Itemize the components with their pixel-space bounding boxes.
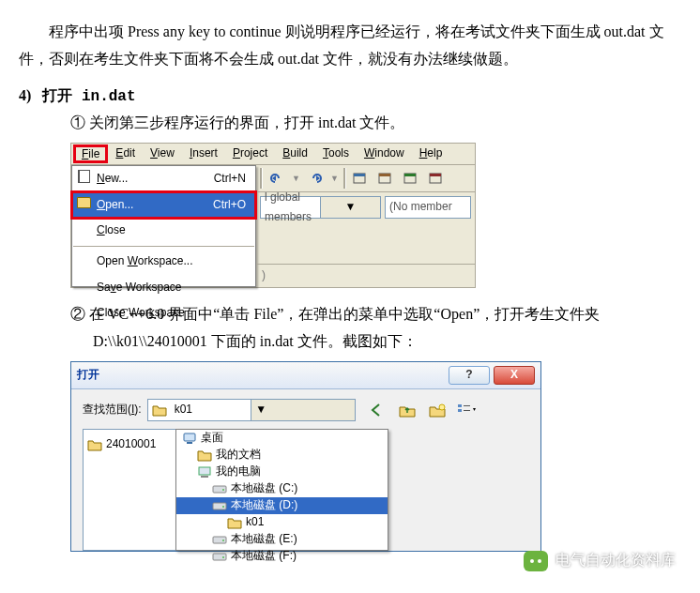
vc6-window: File Edit View Insert Project Build Tool… [70, 143, 476, 288]
svg-rect-7 [430, 174, 441, 176]
svg-rect-16 [201, 476, 208, 478]
menu-item-close[interactable]: Close [72, 218, 255, 244]
lookin-combo[interactable]: k01 ▼ [147, 399, 356, 421]
step4-item1: ① 关闭第三步程序运行的界面，打开 int.dat 文件。 [93, 110, 681, 137]
file-dropdown: New... Ctrl+N Open... Ctrl+O Close Open … [71, 165, 256, 287]
wechat-icon [524, 551, 548, 571]
dropdown-arrow-icon[interactable]: ▼ [292, 171, 300, 186]
menu-bar: File Edit View Insert Project Build Tool… [71, 144, 475, 165]
drive-icon [212, 483, 227, 494]
intro-paragraph: 程序中出项 Press any key to continue 则说明程序已经运… [19, 19, 681, 73]
close-button[interactable]: X [494, 366, 535, 385]
window-icon[interactable] [375, 168, 396, 189]
window-icon[interactable] [350, 168, 371, 189]
svg-rect-17 [213, 486, 226, 493]
view-menu-icon[interactable] [455, 399, 479, 421]
menu-item-save-workspace[interactable]: Save Workspace [72, 275, 255, 301]
step4-title: 4) 打开 in.dat [19, 83, 681, 111]
svg-rect-13 [184, 433, 195, 441]
tree-drive-d[interactable]: 本地磁盘 (D:) [176, 497, 388, 514]
drive-icon [212, 551, 227, 562]
drive-icon [212, 500, 227, 511]
menu-project[interactable]: Project [225, 142, 275, 166]
menu-window[interactable]: Window [357, 142, 412, 166]
folder-icon [227, 516, 242, 529]
tree-desktop[interactable]: 桌面 [176, 430, 388, 447]
desktop-icon [182, 432, 197, 445]
menu-separator [73, 246, 254, 247]
members-combo[interactable]: l global members▼ [260, 196, 381, 219]
undo-icon[interactable] [266, 168, 287, 189]
menu-file[interactable]: File [73, 144, 108, 163]
step4-item2: ② 在 VC++6.0 界面中“单击 File”，在弹出的菜单中选取“Open”… [93, 301, 681, 356]
svg-point-24 [222, 556, 224, 558]
folder-icon [87, 438, 102, 451]
member-select-combo[interactable]: (No member [385, 196, 471, 219]
svg-rect-9 [458, 404, 462, 407]
dialog-title: 打开 [77, 365, 445, 386]
menu-item-new[interactable]: New... Ctrl+N [72, 166, 255, 192]
help-button[interactable]: ? [449, 366, 490, 385]
svg-rect-14 [187, 442, 192, 444]
new-folder-icon[interactable] [425, 399, 449, 421]
svg-rect-1 [354, 174, 365, 176]
menu-help[interactable]: Help [412, 142, 450, 166]
combo-area: l global members▼ (No member [256, 192, 475, 264]
folder-icon [197, 449, 212, 462]
svg-rect-23 [213, 554, 226, 560]
window-icon[interactable] [401, 168, 421, 189]
back-icon[interactable] [365, 399, 389, 421]
menu-item-open-workspace[interactable]: Open Workspace... [72, 249, 255, 275]
svg-rect-5 [404, 174, 416, 176]
lookin-tree: 桌面 我的文档 我的电脑 本地磁盘 (C:) [175, 429, 388, 551]
svg-point-8 [439, 404, 445, 410]
redo-icon[interactable] [305, 168, 326, 189]
svg-rect-12 [464, 410, 470, 411]
svg-rect-15 [199, 467, 210, 475]
svg-rect-11 [464, 405, 470, 406]
svg-point-20 [222, 506, 224, 508]
window-icon[interactable] [426, 168, 447, 189]
svg-point-22 [222, 540, 224, 541]
menu-edit[interactable]: Edit [108, 142, 143, 166]
up-folder-icon[interactable] [395, 399, 419, 421]
tree-mydocs[interactable]: 我的文档 [176, 447, 388, 464]
svg-rect-3 [379, 174, 390, 176]
folder-item[interactable]: 24010001 [87, 433, 172, 456]
computer-icon [197, 465, 212, 479]
lookin-label: 查找范围(I): [83, 400, 142, 420]
watermark: 电气自动化资料库 [524, 547, 676, 574]
svg-point-18 [222, 489, 224, 491]
drive-icon [212, 534, 227, 545]
menu-insert[interactable]: Insert [182, 142, 225, 166]
svg-rect-10 [458, 409, 462, 412]
tree-drive-f[interactable]: 本地磁盘 (F:) [176, 548, 388, 565]
menu-view[interactable]: View [143, 142, 182, 166]
svg-rect-21 [213, 537, 226, 543]
file-list[interactable]: 24010001 [83, 429, 176, 551]
open-dialog: 打开 ? X 查找范围(I): k01 ▼ [70, 361, 541, 552]
dropdown-arrow-icon[interactable]: ▼ [330, 171, 339, 186]
menu-build[interactable]: Build [275, 142, 315, 166]
menu-tools[interactable]: Tools [315, 142, 357, 166]
open-folder-icon [152, 403, 167, 417]
menu-item-open[interactable]: Open... Ctrl+O [72, 192, 255, 219]
svg-rect-19 [213, 503, 226, 509]
